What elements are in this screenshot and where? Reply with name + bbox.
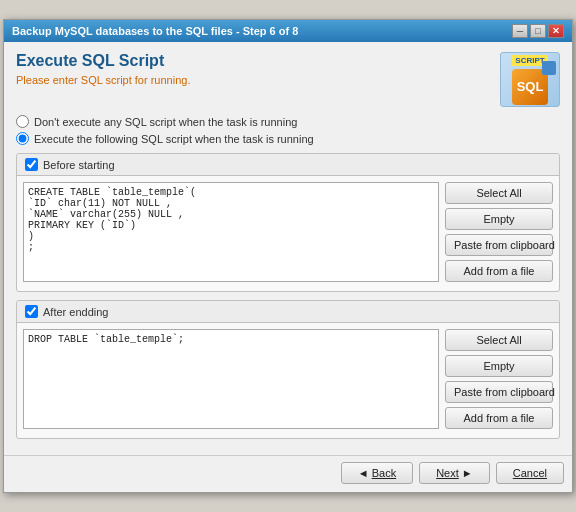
cancel-button[interactable]: Cancel (496, 462, 564, 484)
after-btn-group: Select All Empty Paste from clipboard Ad… (445, 329, 553, 432)
before-panel-body: Select All Empty Paste from clipboard Ad… (17, 176, 559, 291)
minimize-button[interactable]: ─ (512, 24, 528, 38)
window-title: Backup MySQL databases to the SQL files … (12, 25, 298, 37)
before-starting-panel: Before starting Select All Empty Paste f… (16, 153, 560, 292)
sql-icon: SQL (512, 69, 548, 105)
header-text: Execute SQL Script Please enter SQL scri… (16, 52, 500, 86)
back-label: Back (372, 467, 396, 479)
after-add-file-button[interactable]: Add from a file (445, 407, 553, 429)
after-ending-panel: After endding Select All Empty Paste fro… (16, 300, 560, 439)
after-panel-body: Select All Empty Paste from clipboard Ad… (17, 323, 559, 438)
next-icon: ► (459, 467, 473, 479)
content-area: Execute SQL Script Please enter SQL scri… (4, 42, 572, 455)
before-textarea-container (23, 182, 439, 285)
after-textarea[interactable] (23, 329, 439, 429)
radio-row-1: Don't execute any SQL script when the ta… (16, 115, 560, 128)
back-icon: ◄ (358, 467, 372, 479)
page-subtitle: Please enter SQL script for running. (16, 74, 500, 86)
after-select-all-button[interactable]: Select All (445, 329, 553, 351)
main-window: Backup MySQL databases to the SQL files … (3, 19, 573, 493)
after-empty-button[interactable]: Empty (445, 355, 553, 377)
page-title: Execute SQL Script (16, 52, 500, 70)
header-section: Execute SQL Script Please enter SQL scri… (16, 52, 560, 107)
after-textarea-container (23, 329, 439, 432)
close-button[interactable]: ✕ (548, 24, 564, 38)
before-panel-label: Before starting (43, 159, 115, 171)
cancel-label: Cancel (513, 467, 547, 479)
before-panel-header: Before starting (17, 154, 559, 176)
radio-group: Don't execute any SQL script when the ta… (16, 115, 560, 145)
before-btn-group: Select All Empty Paste from clipboard Ad… (445, 182, 553, 285)
sql-icon-box: SCRIPT SQL (500, 52, 560, 107)
before-empty-button[interactable]: Empty (445, 208, 553, 230)
radio-no-execute-label: Don't execute any SQL script when the ta… (34, 116, 297, 128)
radio-row-2: Execute the following SQL script when th… (16, 132, 560, 145)
radio-execute-label: Execute the following SQL script when th… (34, 133, 314, 145)
title-bar: Backup MySQL databases to the SQL files … (4, 20, 572, 42)
after-panel-header: After endding (17, 301, 559, 323)
before-select-all-button[interactable]: Select All (445, 182, 553, 204)
maximize-button[interactable]: □ (530, 24, 546, 38)
footer: ◄ Back Next ► Cancel (4, 455, 572, 492)
after-checkbox[interactable] (25, 305, 38, 318)
next-label: Next (436, 467, 459, 479)
before-checkbox[interactable] (25, 158, 38, 171)
after-paste-button[interactable]: Paste from clipboard (445, 381, 553, 403)
next-button[interactable]: Next ► (419, 462, 490, 484)
before-add-file-button[interactable]: Add from a file (445, 260, 553, 282)
radio-execute[interactable] (16, 132, 29, 145)
radio-no-execute[interactable] (16, 115, 29, 128)
after-panel-label: After endding (43, 306, 108, 318)
title-bar-buttons: ─ □ ✕ (512, 24, 564, 38)
back-button[interactable]: ◄ Back (341, 462, 413, 484)
before-textarea[interactable] (23, 182, 439, 282)
before-paste-button[interactable]: Paste from clipboard (445, 234, 553, 256)
